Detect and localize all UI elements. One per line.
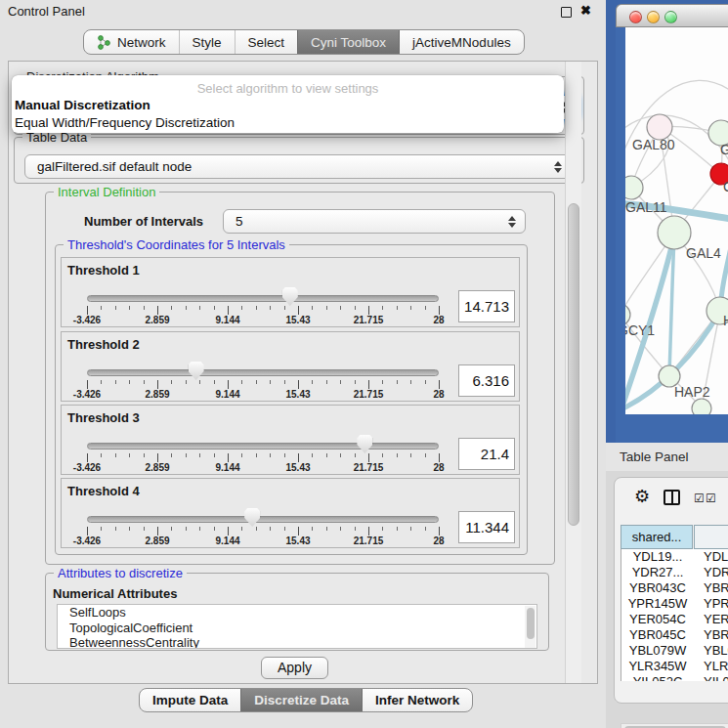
table-row[interactable]: YDL19...YDL1 <box>621 549 728 565</box>
control-panel-titlebar: Control Panel ✖ <box>0 0 606 23</box>
table-panel-titlebar: Table Panel <box>606 443 728 471</box>
list-item[interactable]: BetweennessCentrality <box>58 635 536 649</box>
checkbox-icon[interactable]: ☑ <box>706 492 716 505</box>
list-item[interactable]: TopologicalCoefficient <box>58 621 536 636</box>
slider-ticks <box>87 453 439 462</box>
threshold-row: Threshold 4 -3.426 2.859 9.144 15.43 21.… <box>61 478 520 548</box>
threshold-label: Threshold 3 <box>67 410 140 425</box>
tab-cyni-toolbox[interactable]: Cyni Toolbox <box>297 30 399 54</box>
tab-label: Impute Data <box>152 693 228 707</box>
menu-item-equal-width-frequency[interactable]: Equal Width/Frequency Discretization <box>15 115 235 130</box>
slider-track[interactable] <box>87 369 439 376</box>
tab-impute-data[interactable]: Impute Data <box>140 689 240 711</box>
selected-table: galFiltered.sif default node <box>37 159 192 174</box>
menu-item-manual-discretization[interactable]: Manual Discretization <box>15 98 150 112</box>
combo-arrows-icon <box>554 161 562 173</box>
list-item[interactable]: SelfLoops <box>58 605 536 621</box>
group-title: Attributes to discretize <box>54 566 187 580</box>
control-panel-window: Control Panel ✖ Network Style Sel <box>0 0 606 728</box>
tick-label: 2.859 <box>145 535 169 546</box>
threshold-label: Threshold 1 <box>67 263 140 278</box>
column-header-shared-name[interactable]: shared... <box>621 525 693 549</box>
mac-zoom-button[interactable] <box>664 11 677 23</box>
table-rows: YDL19...YDL1 YDR27...YDR2 YBR043CYBR0 YP… <box>621 549 728 681</box>
table-row[interactable]: YLR345WYLR3 <box>621 659 728 674</box>
slider-handle[interactable] <box>282 287 298 306</box>
network-nodes[interactable] <box>625 114 728 414</box>
slider-ticks <box>87 306 439 315</box>
checkbox-icon[interactable]: ☑ <box>694 492 705 505</box>
slider-handle[interactable] <box>189 362 204 380</box>
node-label: HAP2 <box>674 384 710 400</box>
tick-label: 28 <box>433 315 444 325</box>
mac-minimize-button[interactable] <box>647 11 660 23</box>
tab-network[interactable]: Network <box>84 30 179 54</box>
tick-label: -3.426 <box>73 389 101 400</box>
node-label: H <box>723 313 728 328</box>
apply-button[interactable]: Apply <box>261 657 328 679</box>
float-window-icon[interactable] <box>561 7 572 18</box>
top-tab-bar: Network Style Select Cyni Toolbox jActiv… <box>83 29 525 55</box>
tab-infer-network[interactable]: Infer Network <box>362 689 472 711</box>
threshold-label: Threshold 2 <box>67 337 140 352</box>
threshold-value-field[interactable]: 14.713 <box>458 290 515 322</box>
tab-label: Style <box>193 35 222 50</box>
list-scrollbar[interactable] <box>525 606 535 649</box>
table-panel: ⚙ ☑ ☑ shared... n YDL19...YDL1 YDR27...Y… <box>614 477 728 704</box>
vertical-scrollbar[interactable] <box>565 62 581 683</box>
column-header-name[interactable]: n <box>694 525 728 549</box>
threshold-value-field[interactable]: 11.344 <box>458 511 515 543</box>
dropdown-hint: Select algorithm to view settings <box>12 81 564 96</box>
split-column-icon[interactable] <box>664 490 680 505</box>
table-row[interactable]: YIL052CYIL0 <box>621 674 728 681</box>
node-bottom <box>692 399 711 414</box>
tick-label: -3.426 <box>73 315 101 325</box>
tick-label: 2.859 <box>145 315 169 325</box>
tab-discretize-data[interactable]: Discretize Data <box>240 689 362 711</box>
tab-select[interactable]: Select <box>235 30 298 54</box>
mac-close-button[interactable] <box>629 11 642 23</box>
network-window-titlebar[interactable] <box>616 4 728 27</box>
slider-handle[interactable] <box>244 508 260 527</box>
table-row[interactable]: YBL079WYBL0 <box>621 643 728 659</box>
gear-icon[interactable]: ⚙ <box>634 486 650 507</box>
tick-label: 15.43 <box>285 462 310 473</box>
table-row[interactable]: YBR043CYBR0 <box>621 580 728 596</box>
tick-label: 9.144 <box>215 315 239 325</box>
tick-label: 9.144 <box>215 389 239 400</box>
tick-label: 21.715 <box>354 315 384 325</box>
tab-label: Infer Network <box>375 693 459 707</box>
slider-handle[interactable] <box>357 435 372 453</box>
tab-jactivemnodules[interactable]: jActiveMNodules <box>399 30 524 54</box>
network-canvas[interactable]: GAL80 GA C GAL11 GAL4 GCY1 H HAP2 <box>625 27 728 414</box>
network-view-window: GAL80 GA C GAL11 GAL4 GCY1 H HAP2 <box>616 4 728 443</box>
threshold-value-field[interactable]: 6.316 <box>458 364 515 397</box>
tick-label: 28 <box>433 462 444 473</box>
table-row[interactable]: YER054CYER0 <box>621 612 728 627</box>
tab-label: Discretize Data <box>254 693 349 707</box>
slider-track[interactable] <box>87 516 439 523</box>
close-icon[interactable]: ✖ <box>580 3 591 18</box>
table-row[interactable]: YDR27...YDR2 <box>621 565 728 580</box>
threshold-label: Threshold 4 <box>67 484 140 498</box>
network-view-frame: GAL80 GA C GAL11 GAL4 GCY1 H HAP2 <box>616 27 728 443</box>
screen: Control Panel ✖ Network Style Sel <box>0 0 728 728</box>
tick-label: 28 <box>433 535 444 546</box>
threshold-row: Threshold 3 -3.426 2.859 9.144 15.43 21.… <box>61 405 520 475</box>
scrollbar-thumb[interactable] <box>568 203 579 526</box>
tick-label: 2.859 <box>145 462 169 473</box>
horizontal-scrollbar[interactable] <box>621 723 728 728</box>
threshold-value-field[interactable]: 21.4 <box>458 438 515 470</box>
slider-track[interactable] <box>87 295 439 302</box>
table-data-select[interactable]: galFiltered.sif default node <box>24 154 572 179</box>
node-table: shared... n YDL19...YDL1 YDR27...YDR2 YB… <box>621 525 728 693</box>
table-row[interactable]: YPR145WYPR1 <box>621 596 728 612</box>
bottom-tab-bar: Impute Data Discretize Data Infer Networ… <box>139 688 473 712</box>
tab-style[interactable]: Style <box>179 30 235 54</box>
number-of-intervals-select[interactable]: 5 <box>223 209 526 234</box>
node-label: GAL80 <box>632 137 675 152</box>
table-row[interactable]: YBR045CYBR0 <box>621 627 728 643</box>
intervals-value: 5 <box>236 214 243 229</box>
slider-track[interactable] <box>87 443 439 450</box>
tab-label: jActiveMNodules <box>412 35 511 50</box>
